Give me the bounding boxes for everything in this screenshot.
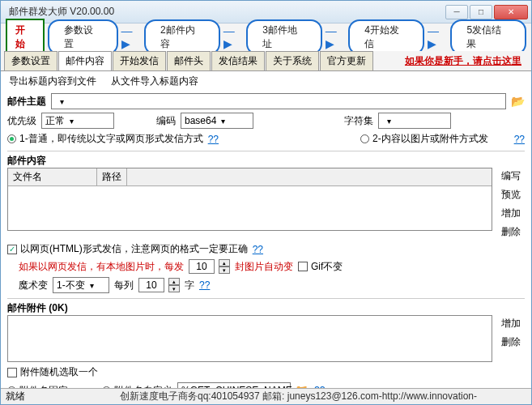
content-section: 邮件内容 文件名 路径 编写 预览 增加 删除 (7, 151, 525, 239)
delete-button[interactable]: 删除 (497, 225, 525, 239)
newbie-link[interactable]: 如果你是新手，请点击这里 (405, 54, 528, 68)
priority-row: 优先级 正常 编码 base64 字符集 (7, 113, 525, 129)
subject-row: 邮件主题 📂 (7, 93, 525, 109)
col-path: 路径 (97, 168, 127, 185)
export-title-link[interactable]: 导出标题内容到文件 (9, 75, 96, 88)
spinner[interactable]: ▴▾ (219, 259, 230, 274)
arrow-icon: —▶ (428, 24, 448, 50)
html-row: ✓以网页(HTML)形式发信，注意网页的格式一定要正确 ?? (7, 242, 525, 256)
html-warn-text: 如果以网页发信，有本地图片时，每发 (19, 260, 184, 274)
per-send-input[interactable] (189, 259, 215, 274)
word-label: 字 (185, 279, 194, 292)
attach-side-buttons: 增加 删除 (497, 315, 525, 362)
magic-row: 魔术变 1-不变 每列 ▴▾ 字 ?? (7, 277, 525, 293)
attach-random-row: 附件随机选取一个 (7, 365, 525, 379)
folder-icon[interactable]: 📂 (511, 95, 525, 108)
tab-update[interactable]: 官方更新 (320, 51, 373, 70)
attach-list[interactable] (7, 315, 492, 362)
close-button[interactable]: ✕ (494, 5, 528, 19)
status-info: 创新速度电子商务qq:401054937 邮箱: juneys123@126.c… (70, 390, 526, 403)
mode-image-radio[interactable]: 2-内容以图片或附件方式发 (360, 132, 488, 146)
tab-header[interactable]: 邮件头 (167, 51, 211, 70)
subject-combo[interactable] (51, 93, 506, 109)
help-link[interactable]: ?? (208, 134, 219, 145)
attach-del-button[interactable]: 删除 (497, 335, 525, 349)
window-buttons: ─ □ ✕ (445, 5, 528, 19)
tab-params[interactable]: 参数设置 (4, 51, 57, 70)
help-link[interactable]: ?? (199, 279, 210, 291)
seal-text: 封图片自动变 (235, 260, 293, 274)
window-title: 邮件群发大师 V20.00.00 (4, 5, 445, 19)
add-button[interactable]: 增加 (497, 207, 525, 220)
tab-about[interactable]: 关于系统 (266, 51, 319, 70)
arrow-icon: —▶ (223, 24, 244, 50)
content-area: 邮件主题 📂 优先级 正常 编码 base64 字符集 1-普通，即传统以文字或… (1, 92, 531, 388)
magic-label: 魔术变 (19, 279, 48, 292)
tab-send[interactable]: 开始发信 (113, 51, 166, 70)
attach-section: 邮件附件 (0K) 增加 删除 (7, 298, 525, 362)
step-result[interactable]: 5发信结果 (450, 19, 526, 55)
attach-random-checkbox[interactable]: 附件随机选取一个 (7, 365, 98, 379)
arrow-icon: —▶ (121, 24, 142, 50)
tab-result[interactable]: 发信结果 (211, 51, 265, 70)
status-ready: 就绪 (6, 390, 70, 403)
charset-select[interactable] (378, 113, 451, 129)
app-window: 邮件群发大师 V20.00.00 ─ □ ✕ 开始 参数设置 —▶ 2邮件内容 … (0, 0, 532, 405)
gif-checkbox[interactable]: Gif不变 (298, 260, 343, 274)
import-title-link[interactable]: 从文件导入标题内容 (111, 75, 198, 88)
html-warn-row: 如果以网页发信，有本地图片时，每发 ▴▾ 封图片自动变 Gif不变 (7, 259, 525, 274)
arrow-icon: —▶ (326, 24, 346, 50)
minimize-button[interactable]: ─ (445, 5, 468, 19)
subject-label: 邮件主题 (7, 95, 46, 109)
priority-select[interactable]: 正常 (41, 113, 114, 129)
encoding-select[interactable]: base64 (181, 113, 253, 129)
step-content[interactable]: 2邮件内容 (144, 19, 220, 55)
step-address[interactable]: 3邮件地址 (246, 19, 322, 55)
percol-label: 每列 (114, 279, 134, 292)
tab-content[interactable]: 邮件内容 (58, 51, 112, 70)
spinner[interactable]: ▴▾ (168, 278, 180, 292)
tab-bar: 参数设置 邮件内容 开始发信 邮件头 发信结果 关于系统 官方更新 如果你是新手… (1, 51, 531, 71)
percol-input[interactable] (138, 278, 164, 292)
help-link[interactable]: ?? (253, 244, 263, 255)
attach-custom-select[interactable]: %GET_CHINESE_NAME (177, 382, 291, 388)
content-table[interactable]: 文件名 路径 (7, 168, 492, 231)
mode-normal-radio[interactable]: 1-普通，即传统以文字或网页形式发信方式 (7, 132, 203, 146)
maximize-button[interactable]: □ (470, 5, 492, 19)
mode-row: 1-普通，即传统以文字或网页形式发信方式 ?? 2-内容以图片或附件方式发 ?? (7, 132, 525, 146)
content-side-buttons: 编写 预览 增加 删除 (497, 168, 525, 239)
content-label: 邮件内容 (7, 155, 46, 166)
charset-label: 字符集 (344, 114, 373, 128)
priority-label: 优先级 (7, 114, 36, 128)
col-filename: 文件名 (8, 168, 97, 185)
magic-select[interactable]: 1-不变 (53, 277, 109, 293)
status-bar: 就绪 创新速度电子商务qq:401054937 邮箱: juneys123@12… (1, 388, 531, 404)
attach-add-button[interactable]: 增加 (497, 317, 525, 330)
preview-button[interactable]: 预览 (497, 188, 525, 202)
attach-label: 邮件附件 (0K) (7, 302, 68, 313)
attach-name-row: 附件名固定 附件名自定义 %GET_CHINESE_NAME 📂 ?? (7, 382, 525, 388)
step-send[interactable]: 4开始发信 (348, 19, 424, 55)
help-link[interactable]: ?? (514, 134, 525, 145)
step-bar: 开始 参数设置 —▶ 2邮件内容 —▶ 3邮件地址 —▶ 4开始发信 —▶ 5发… (1, 23, 531, 51)
html-checkbox[interactable]: ✓以网页(HTML)形式发信，注意网页的格式一定要正确 (7, 242, 248, 256)
encoding-label: 编码 (156, 114, 176, 128)
step-params[interactable]: 参数设置 (48, 19, 118, 55)
subject-toolbar: 导出标题内容到文件 从文件导入标题内容 (1, 71, 531, 92)
edit-button[interactable]: 编写 (497, 169, 525, 183)
